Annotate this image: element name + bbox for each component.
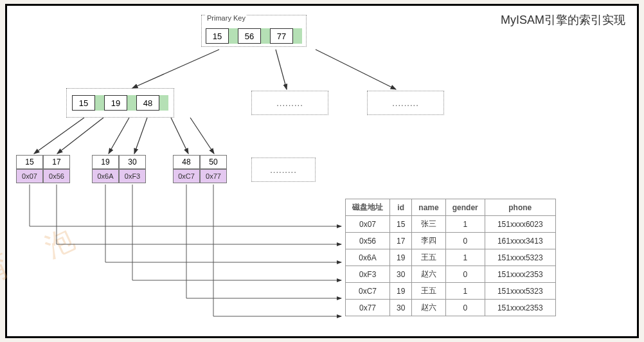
root-node: Primary Key 15 56 77 (201, 15, 307, 47)
table-cell: 1 (445, 249, 485, 266)
table-cell: 151xxxx2353 (485, 300, 555, 316)
table-header: phone (485, 199, 555, 216)
leaf-node-2: 48 50 0xC7 0x77 (173, 155, 227, 183)
table-cell: 17 (390, 233, 412, 249)
table-header: name (412, 199, 445, 216)
page-title: MyISAM引擎的索引实现 (501, 12, 625, 28)
dots-label: ......... (276, 98, 303, 108)
table-row: 0x7730赵六0151xxxx2353 (346, 300, 556, 316)
svg-line-4 (57, 118, 103, 154)
table-cell: 15 (390, 216, 412, 233)
root-key-2: 77 (270, 28, 293, 44)
table-cell: 151xxxx5323 (485, 283, 555, 300)
table-cell: 19 (390, 283, 412, 300)
table-row: 0x5617李四0161xxxx3413 (346, 233, 556, 249)
table-cell: 0x6A (346, 249, 390, 266)
dots-label: ......... (270, 165, 297, 175)
table-cell: 0x77 (346, 300, 390, 316)
table-cell: 151xxxx6023 (485, 216, 555, 233)
table-cell: 19 (390, 249, 412, 266)
leaf-key: 17 (43, 155, 70, 169)
svg-line-7 (171, 118, 188, 154)
mid-placeholder-2: ......... (367, 91, 444, 115)
mid-node: 15 19 48 (66, 88, 174, 118)
table-cell: 0 (445, 266, 485, 283)
root-ptr-0 (229, 28, 238, 44)
table-cell: 1 (445, 283, 485, 300)
mid-key-1: 19 (104, 95, 127, 111)
leaf-addr: 0x56 (43, 169, 70, 183)
leaf-addr: 0xF3 (119, 169, 146, 183)
root-key-1: 56 (238, 28, 261, 44)
mid-ptr-0 (95, 95, 104, 111)
leaf-key: 15 (16, 155, 43, 169)
leaf-addr: 0x07 (16, 169, 43, 183)
watermark: 泡 (39, 220, 81, 266)
leaf-node-0: 15 17 0x07 0x56 (16, 155, 70, 183)
table-cell: 赵六 (412, 300, 445, 316)
leaf-addr: 0xC7 (173, 169, 200, 183)
svg-line-5 (109, 118, 129, 154)
leaf-node-1: 19 30 0x6A 0xF3 (92, 155, 146, 183)
mid-ptr-2 (159, 95, 168, 111)
svg-line-3 (34, 118, 84, 154)
table-cell: 李四 (412, 233, 445, 249)
table-cell: 张三 (412, 216, 445, 233)
mid-ptr-1 (127, 95, 136, 111)
svg-line-8 (190, 118, 214, 154)
table-cell: 161xxxx3413 (485, 233, 555, 249)
leaf-key: 48 (173, 155, 200, 169)
dots-label: ......... (392, 98, 419, 108)
table-cell: 1 (445, 216, 485, 233)
table-cell: 30 (390, 300, 412, 316)
table-cell: 赵六 (412, 266, 445, 283)
leaf-placeholder: ......... (251, 158, 316, 182)
watermark: 育 (0, 246, 16, 292)
table-row: 0x0715张三1151xxxx6023 (346, 216, 556, 233)
table-cell: 30 (390, 266, 412, 283)
table-cell: 0 (445, 300, 485, 316)
mid-key-0: 15 (72, 95, 95, 111)
table-cell: 0xF3 (346, 266, 390, 283)
table-header: id (390, 199, 412, 216)
table-cell: 王五 (412, 249, 445, 266)
leaf-addr: 0x77 (200, 169, 227, 183)
data-table: 磁盘地址 id name gender phone 0x0715张三1151xx… (345, 199, 556, 316)
root-key-0: 15 (206, 28, 229, 44)
table-header: 磁盘地址 (346, 199, 390, 216)
root-ptr-1 (261, 28, 270, 44)
svg-line-1 (276, 50, 287, 89)
table-row: 0x6A19王五1151xxxx5323 (346, 249, 556, 266)
svg-line-0 (132, 50, 219, 88)
table-cell: 王五 (412, 283, 445, 300)
svg-line-2 (316, 50, 396, 89)
table-cell: 0xC7 (346, 283, 390, 300)
leaf-addr: 0x6A (92, 169, 119, 183)
mid-placeholder-1: ......... (251, 91, 328, 115)
leaf-key: 50 (200, 155, 227, 169)
diagram-frame: 育 泡 大 MyISAM引擎的索引实现 Primary Key 15 56 77… (5, 4, 639, 338)
table-row: 0xF330赵六0151xxxx2353 (346, 266, 556, 283)
svg-line-6 (134, 118, 147, 154)
table-cell: 0x56 (346, 233, 390, 249)
leaf-key: 30 (119, 155, 146, 169)
root-ptr-2 (293, 28, 302, 44)
root-label: Primary Key (206, 14, 247, 22)
table-cell: 0x07 (346, 216, 390, 233)
table-cell: 0 (445, 233, 485, 249)
table-cell: 151xxxx5323 (485, 249, 555, 266)
leaf-key: 19 (92, 155, 119, 169)
table-row: 0xC719王五1151xxxx5323 (346, 283, 556, 300)
table-cell: 151xxxx2353 (485, 266, 555, 283)
mid-key-2: 48 (136, 95, 159, 111)
table-header: gender (445, 199, 485, 216)
